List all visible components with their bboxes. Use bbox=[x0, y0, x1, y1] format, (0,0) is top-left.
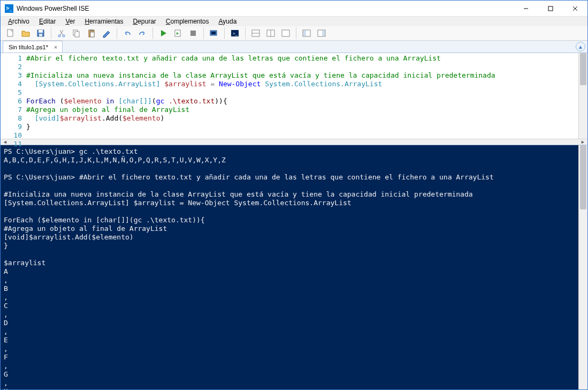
layout-2-button[interactable] bbox=[264, 26, 278, 40]
console-vertical-scrollbar[interactable] bbox=[578, 145, 587, 390]
editor-horizontal-scrollbar[interactable]: ◄ ► bbox=[1, 139, 587, 145]
menu-label: er bbox=[70, 18, 75, 25]
save-button[interactable] bbox=[34, 26, 48, 40]
svg-text:>_: >_ bbox=[233, 31, 238, 36]
stop-button[interactable] bbox=[186, 26, 200, 40]
tab-active[interactable]: Sin título1.ps1* × bbox=[3, 41, 63, 52]
minimize-button[interactable] bbox=[514, 1, 538, 17]
menu-editar[interactable]: Editar bbox=[35, 17, 60, 26]
redo-button[interactable] bbox=[135, 26, 149, 40]
paste-button[interactable] bbox=[85, 26, 98, 40]
console-pane[interactable]: PS C:\Users\juan> gc .\texto.txt A,B,C,D… bbox=[1, 145, 578, 390]
svg-rect-1 bbox=[548, 6, 553, 11]
menubar: Archivo Editar Ver Herramientas Depurar … bbox=[1, 17, 587, 26]
run-button[interactable] bbox=[156, 26, 170, 40]
svg-rect-16 bbox=[190, 31, 196, 36]
run-selection-button[interactable] bbox=[171, 26, 185, 40]
undo-button[interactable] bbox=[120, 26, 134, 40]
clear-button[interactable] bbox=[100, 26, 113, 40]
svg-rect-29 bbox=[322, 31, 325, 36]
separator bbox=[152, 27, 153, 39]
separator bbox=[224, 27, 225, 39]
layout-3-button[interactable] bbox=[279, 26, 293, 40]
menu-label: rchivo bbox=[12, 18, 29, 25]
svg-rect-13 bbox=[90, 29, 93, 31]
show-command-addon-button[interactable] bbox=[315, 26, 329, 40]
maximize-button[interactable] bbox=[538, 1, 563, 17]
menu-label: erramientas bbox=[89, 18, 123, 25]
svg-point-9 bbox=[63, 35, 65, 37]
separator bbox=[296, 27, 296, 39]
close-button[interactable] bbox=[563, 1, 587, 17]
editor-vertical-scrollbar[interactable] bbox=[578, 53, 587, 139]
separator bbox=[203, 27, 204, 39]
menu-label: omplementos bbox=[170, 18, 209, 25]
tab-close-icon[interactable]: × bbox=[52, 44, 59, 50]
toolbar: >_ bbox=[1, 26, 587, 41]
menu-depurar[interactable]: Depurar bbox=[128, 17, 160, 26]
tab-strip: Sin título1.ps1* × ▲ bbox=[1, 41, 587, 53]
svg-rect-27 bbox=[303, 31, 306, 36]
svg-point-8 bbox=[58, 35, 60, 37]
scroll-right-icon[interactable]: ► bbox=[578, 139, 587, 145]
menu-ver[interactable]: Ver bbox=[61, 17, 79, 26]
start-powershell-button[interactable]: >_ bbox=[228, 26, 242, 40]
show-command-button[interactable] bbox=[300, 26, 314, 40]
svg-rect-25 bbox=[282, 30, 289, 36]
svg-rect-4 bbox=[7, 29, 13, 36]
menu-herramientas[interactable]: Herramientas bbox=[80, 17, 127, 26]
line-gutter: 1234567891011 bbox=[1, 53, 26, 139]
editor-pane[interactable]: 1234567891011 #Abrir el fichero texto.tx… bbox=[1, 53, 587, 139]
new-file-button[interactable] bbox=[4, 26, 18, 40]
collapse-script-pane-button[interactable]: ▲ bbox=[576, 42, 585, 51]
menu-label: ditar bbox=[43, 18, 56, 25]
copy-button[interactable] bbox=[70, 26, 83, 40]
svg-rect-18 bbox=[211, 32, 216, 34]
titlebar: >_ Windows PowerShell ISE bbox=[1, 1, 587, 17]
cut-button[interactable] bbox=[55, 26, 68, 40]
open-file-button[interactable] bbox=[19, 26, 33, 40]
code-area[interactable]: #Abrir el fichero texto.txt y añadir cad… bbox=[26, 53, 578, 139]
separator bbox=[51, 27, 51, 39]
menu-label: yuda bbox=[223, 18, 236, 25]
svg-rect-14 bbox=[90, 32, 94, 37]
console-wrap: PS C:\Users\juan> gc .\texto.txt A,B,C,D… bbox=[1, 145, 587, 390]
layout-1-button[interactable] bbox=[249, 26, 263, 40]
tab-label: Sin título1.ps1* bbox=[9, 44, 48, 50]
window-title: Windows PowerShell ISE bbox=[17, 5, 514, 12]
svg-rect-7 bbox=[39, 34, 42, 36]
svg-rect-11 bbox=[75, 32, 79, 37]
new-remote-tab-button[interactable] bbox=[207, 26, 221, 40]
menu-complementos[interactable]: Complementos bbox=[162, 17, 213, 26]
separator bbox=[245, 27, 246, 39]
menu-label: epurar bbox=[138, 18, 156, 25]
menu-ayuda[interactable]: Ayuda bbox=[215, 17, 241, 26]
menu-archivo[interactable]: Archivo bbox=[4, 17, 34, 26]
separator bbox=[117, 27, 117, 39]
app-icon: >_ bbox=[5, 4, 13, 13]
svg-rect-6 bbox=[39, 30, 43, 33]
